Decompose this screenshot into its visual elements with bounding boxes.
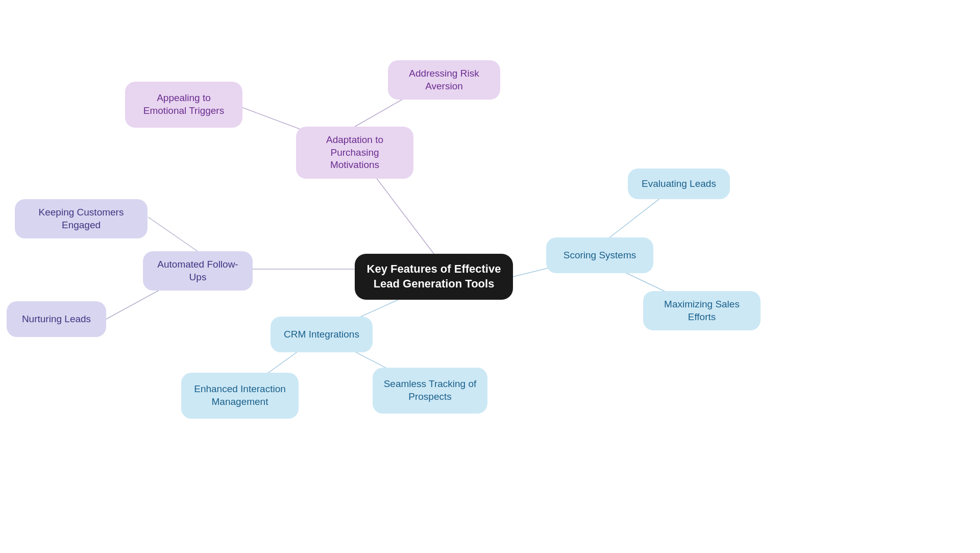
center-node: Key Features of Effective Lead Generatio…	[355, 254, 513, 300]
crm-node: CRM Integrations	[271, 317, 373, 352]
evaluating-label: Evaluating Leads	[642, 178, 716, 190]
enhanced-node: Enhanced Interaction Management	[181, 373, 299, 419]
maximizing-node: Maximizing Sales Efforts	[643, 291, 761, 330]
adaptation-label: Adaptation to Purchasing Motivations	[306, 134, 403, 172]
scoring-node: Scoring Systems	[546, 237, 653, 273]
addressing-label: Addressing Risk Aversion	[398, 67, 490, 92]
svg-line-4	[148, 217, 198, 251]
automated-label: Automated Follow-Ups	[153, 258, 242, 283]
keeping-node: Keeping Customers Engaged	[15, 199, 148, 238]
appealing-node: Appealing to Emotional Triggers	[125, 82, 242, 128]
maximizing-label: Maximizing Sales Efforts	[653, 298, 750, 323]
center-label: Key Features of Effective Lead Generatio…	[365, 262, 503, 291]
addressing-node: Addressing Risk Aversion	[388, 60, 500, 100]
nurturing-node: Nurturing Leads	[7, 301, 106, 337]
enhanced-label: Enhanced Interaction Management	[191, 383, 288, 408]
crm-label: CRM Integrations	[284, 328, 359, 341]
seamless-node: Seamless Tracking of Prospects	[373, 368, 487, 414]
seamless-label: Seamless Tracking of Prospects	[383, 378, 477, 403]
nurturing-label: Nurturing Leads	[22, 313, 91, 326]
adaptation-node: Adaptation to Purchasing Motivations	[296, 127, 413, 179]
appealing-label: Appealing to Emotional Triggers	[135, 92, 232, 117]
scoring-label: Scoring Systems	[564, 249, 636, 262]
evaluating-node: Evaluating Leads	[628, 169, 730, 199]
automated-node: Automated Follow-Ups	[143, 251, 253, 291]
keeping-label: Keeping Customers Engaged	[25, 206, 137, 231]
